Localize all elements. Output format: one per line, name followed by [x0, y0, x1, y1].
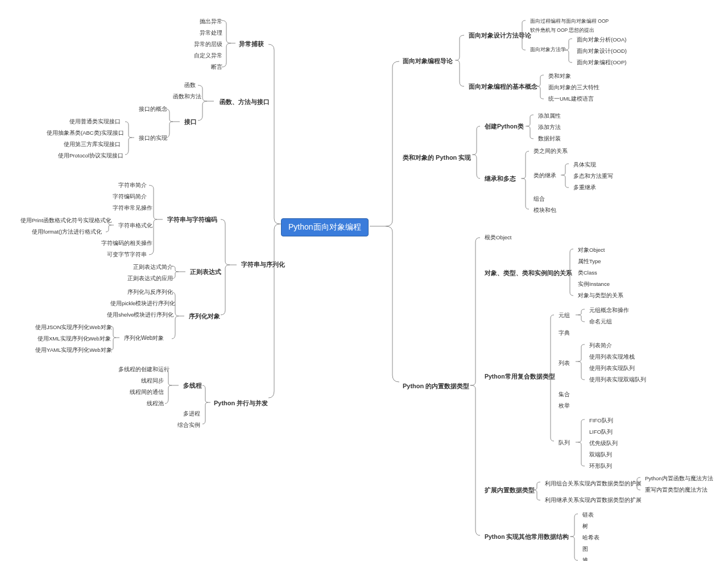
leaf[interactable]: 使用列表实现双端队列: [586, 375, 650, 385]
node-interface[interactable]: 接口: [181, 117, 200, 127]
leaf[interactable]: 使用shelve模块进行序列化: [104, 310, 177, 320]
leaf[interactable]: 图: [579, 545, 592, 554]
leaf[interactable]: 自定义异常: [191, 51, 226, 61]
leaf[interactable]: 多线程的创建和运行: [115, 365, 173, 375]
leaf[interactable]: 字符编码简介: [109, 192, 150, 202]
node-oo-method[interactable]: 面向对象方法学: [527, 45, 569, 55]
leaf[interactable]: LIFO队列: [586, 427, 616, 437]
leaf[interactable]: 数据封装: [535, 134, 564, 144]
leaf[interactable]: 类之间的关系: [530, 147, 571, 156]
leaf[interactable]: 元组概念和操作: [586, 306, 632, 315]
leaf[interactable]: 使用JSON实现序列化Web对象: [32, 323, 115, 333]
leaf[interactable]: 字符编码的相关操作: [98, 239, 156, 248]
leaf[interactable]: 模块和包: [530, 206, 560, 215]
root-node[interactable]: Python面向对象编程: [281, 218, 369, 236]
node-obj-type[interactable]: 对象、类型、类和实例间的关系: [481, 268, 576, 279]
leaf[interactable]: 面向对象分析(OOA): [573, 35, 630, 45]
mindmap-canvas: Python面向对象编程 异常捕获 抛出异常 异常处理 异常的层级 自定义异常 …: [6, 6, 722, 557]
node-regex[interactable]: 正则表达式: [187, 267, 225, 277]
node-interface-impl[interactable]: 接口的实现: [135, 133, 171, 143]
node-other-ds[interactable]: Python 实现其他常用数据结构: [481, 532, 573, 542]
leaf[interactable]: 使用普通类实现接口: [66, 117, 124, 127]
leaf[interactable]: 使用抽象基类(ABC类)实现接口: [43, 128, 127, 138]
leaf[interactable]: 序列化与反序列化: [124, 288, 176, 297]
node-exception[interactable]: 异常捕获: [235, 39, 267, 49]
leaf[interactable]: 使用XML实现序列化Web对象: [34, 334, 114, 344]
leaf[interactable]: 字典: [555, 329, 573, 338]
node-ext-comp[interactable]: 利用组合关系实现内置数据类型的扩展: [541, 479, 645, 489]
leaf[interactable]: 列表简介: [586, 341, 615, 351]
node-inherit[interactable]: 继承和多态: [481, 174, 519, 184]
leaf[interactable]: 使用Protocol协议实现接口: [55, 151, 127, 161]
leaf[interactable]: 线程池: [143, 399, 167, 409]
leaf[interactable]: 线程同步: [138, 376, 167, 386]
node-oop-intro[interactable]: 面向对象编程导论: [399, 56, 456, 67]
leaf[interactable]: 双端队列: [586, 450, 615, 460]
leaf[interactable]: 哈希表: [579, 533, 603, 543]
leaf[interactable]: 函数: [181, 81, 199, 90]
leaf[interactable]: 软件危机与 OOP 思想的提出: [527, 26, 598, 35]
node-string-enc[interactable]: 字符串与字符编码: [164, 215, 221, 225]
leaf[interactable]: 多重继承: [570, 183, 599, 193]
node-web-serial[interactable]: 序列化Web对象: [121, 333, 167, 343]
leaf[interactable]: 对象Object: [574, 246, 608, 255]
node-create-class[interactable]: 创建Python类: [481, 122, 527, 132]
leaf[interactable]: 优先级队列: [586, 439, 621, 448]
leaf[interactable]: 命名元组: [586, 317, 615, 327]
leaf[interactable]: 集合: [555, 390, 573, 400]
node-builtin[interactable]: Python 的内置数据类型: [399, 381, 473, 392]
node-extend[interactable]: 扩展内置数据类型: [481, 485, 538, 496]
leaf[interactable]: 多态和方法重写: [570, 172, 617, 181]
leaf[interactable]: 可变字节字符串: [104, 250, 150, 260]
leaf[interactable]: 线程间的通信: [126, 388, 167, 397]
leaf[interactable]: 组合: [530, 194, 548, 204]
node-class-obj[interactable]: 类和对象的 Python 实现: [399, 152, 474, 163]
node-func[interactable]: 函数、方法与接口: [216, 97, 273, 107]
leaf[interactable]: 使用pickle模块进行序列化: [107, 299, 179, 309]
leaf[interactable]: 面向对象设计(OOD): [573, 47, 630, 56]
node-list[interactable]: 列表: [555, 358, 573, 368]
leaf[interactable]: 面向对象编程(OOP): [573, 58, 630, 68]
leaf[interactable]: 具体实现: [570, 160, 599, 170]
leaf[interactable]: 统一UML建模语言: [545, 94, 597, 104]
leaf[interactable]: 堆: [579, 556, 592, 561]
leaf[interactable]: 枚举: [555, 401, 573, 411]
node-concurrent[interactable]: Python 并行与并发: [210, 398, 271, 409]
node-thread[interactable]: 多线程: [180, 381, 205, 391]
leaf[interactable]: 正则表达式的应用: [124, 274, 176, 284]
node-serialize[interactable]: 序列化对象: [185, 311, 224, 322]
leaf[interactable]: 面向对象的三大特性: [545, 83, 603, 93]
leaf[interactable]: Python内置函数与魔法方法: [642, 474, 717, 484]
leaf[interactable]: 使用第三方库实现接口: [60, 140, 124, 149]
node-cls-inherit[interactable]: 类的继承: [530, 171, 560, 181]
leaf[interactable]: 添加方法: [535, 123, 564, 132]
leaf[interactable]: 字符串简介: [115, 181, 150, 190]
leaf[interactable]: 重写内置类型的魔法方法: [642, 485, 711, 495]
leaf[interactable]: 添加属性: [535, 111, 564, 121]
leaf[interactable]: 使用YAML实现序列化Web对象: [32, 346, 115, 355]
leaf[interactable]: 接口的概念: [135, 105, 171, 114]
leaf[interactable]: 面向过程编程与面向对象编程 OOP: [527, 17, 612, 26]
leaf[interactable]: 多进程: [180, 409, 204, 419]
leaf[interactable]: 使用format()方法进行格式化: [28, 227, 105, 237]
leaf[interactable]: 环形队列: [586, 462, 615, 471]
leaf[interactable]: 实例Instance: [574, 280, 613, 289]
leaf[interactable]: 正则表达式简介: [130, 263, 176, 272]
leaf[interactable]: 属性Type: [574, 257, 605, 267]
leaf[interactable]: 链表: [579, 510, 597, 520]
leaf[interactable]: 异常的层级: [191, 40, 226, 49]
leaf[interactable]: 利用继承关系实现内置数据类型的扩展: [541, 496, 645, 505]
node-queue[interactable]: 队列: [555, 438, 573, 448]
leaf[interactable]: 使用列表实现堆栈: [586, 352, 638, 362]
node-tuple[interactable]: 元组: [555, 310, 573, 321]
leaf[interactable]: 类Class: [574, 268, 601, 278]
leaf[interactable]: 综合实例: [174, 421, 204, 430]
leaf[interactable]: 树: [579, 522, 592, 531]
leaf[interactable]: 根类Object: [481, 233, 515, 243]
leaf[interactable]: 使用Print函数格式化符号实现格式化: [17, 216, 115, 226]
leaf[interactable]: 类和对象: [545, 72, 574, 81]
leaf[interactable]: 对象与类型的关系: [574, 291, 627, 301]
node-oop-basic[interactable]: 面向对象编程的基本概念: [465, 82, 541, 92]
leaf[interactable]: 使用列表实现队列: [586, 364, 638, 373]
leaf[interactable]: FIFO队列: [586, 416, 617, 426]
